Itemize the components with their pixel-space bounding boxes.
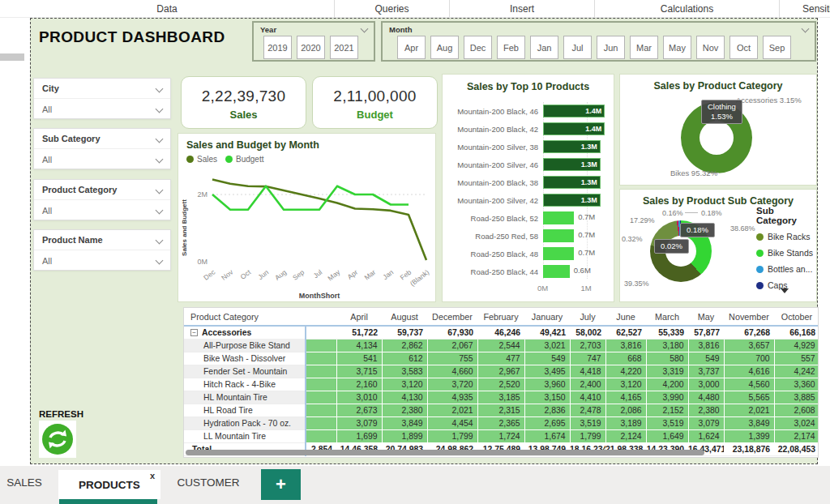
matrix-column-header[interactable]: July — [570, 308, 605, 326]
bar[interactable]: 1.3M — [543, 194, 601, 207]
month-option-apr[interactable]: Apr — [397, 36, 426, 59]
bar-value-label: 0.7M — [578, 230, 595, 239]
chevron-down-icon[interactable] — [361, 25, 369, 33]
bar[interactable]: 1.3M — [543, 140, 601, 153]
year-option-2021[interactable]: 2021 — [330, 36, 358, 59]
cell-value: 3,816 — [605, 340, 646, 352]
month-option-jul[interactable]: Jul — [563, 36, 592, 59]
matrix-column-header[interactable]: October — [774, 308, 819, 326]
month-option-sep[interactable]: Sep — [763, 36, 791, 59]
filter-header[interactable]: Sub Category — [34, 129, 170, 149]
bar-value-label: 0.7M — [578, 248, 595, 257]
filter-dropdown[interactable]: All — [34, 99, 170, 119]
filter-label: Product Name — [42, 235, 103, 245]
menu-item-sensitivity[interactable]: Sensitivity — [780, 0, 830, 18]
matrix-column-header[interactable]: January — [524, 308, 570, 326]
cell-value — [306, 365, 336, 378]
filter-header[interactable]: City — [34, 79, 170, 99]
table-row[interactable]: All-Purpose Bike Stand4,1342,8622,0672,5… — [184, 340, 819, 352]
matrix-column-header[interactable] — [306, 308, 336, 326]
collapse-icon[interactable]: − — [190, 329, 198, 336]
bar[interactable] — [543, 265, 570, 278]
tab-sales[interactable]: SALES — [0, 466, 49, 499]
left-scroll-chip[interactable] — [0, 53, 24, 61]
table-row[interactable]: LL Mountain Tire1,6991,8991,7991,7241,67… — [184, 430, 819, 443]
month-option-feb[interactable]: Feb — [497, 36, 525, 59]
bar-category-label: Road-250 Black, 44 — [451, 267, 543, 276]
filter-dropdown[interactable]: All — [34, 149, 170, 169]
month-option-nov[interactable]: Nov — [696, 36, 725, 59]
matrix-column-header[interactable]: June — [605, 308, 646, 326]
matrix-column-header[interactable]: April — [336, 308, 382, 326]
cell-value: 4,220 — [605, 365, 646, 378]
menu-item-queries[interactable]: Queries — [335, 0, 450, 18]
bar[interactable] — [543, 211, 574, 224]
cell-value: 2,086 — [605, 404, 646, 417]
table-row[interactable]: Hydration Pack - 70 oz.3,0793,8494,4542,… — [184, 417, 819, 430]
matrix-column-header[interactable]: December — [427, 308, 477, 326]
table-row[interactable]: HL Road Tire2,6732,3802,0212,3152,8362,4… — [184, 404, 819, 417]
row-label: −Accessories — [184, 326, 306, 340]
matrix-column-header[interactable]: March — [646, 308, 688, 326]
bar-row: Road-250 Black, 520.7M — [451, 209, 605, 227]
table-row[interactable]: Bike Wash - Dissolver5416127554775497476… — [184, 352, 819, 365]
month-option-jan[interactable]: Jan — [530, 36, 558, 59]
budget-kpi-label: Budget — [313, 109, 437, 121]
filter-dropdown[interactable]: All — [34, 250, 170, 271]
bar[interactable]: 1.3M — [543, 176, 601, 189]
month-option-may[interactable]: May — [663, 36, 691, 59]
legend-more-icon[interactable] — [781, 288, 789, 293]
sales-legend-label: Sales — [197, 155, 217, 164]
bar-value-label: 0.7M — [578, 212, 595, 221]
chevron-down-icon[interactable] — [802, 25, 810, 33]
donut-tooltip: 0.02% — [654, 239, 689, 254]
filter-dropdown[interactable]: All — [34, 200, 170, 220]
cell-value — [306, 378, 336, 391]
bar[interactable]: 1.4M — [543, 105, 605, 117]
horizontal-scrollbar[interactable] — [186, 450, 704, 455]
matrix-column-header[interactable]: Product Category — [184, 308, 306, 326]
year-option-2019[interactable]: 2019 — [263, 36, 292, 59]
bar-track: 1.3M — [543, 140, 605, 153]
legend-label: Bottles an... — [768, 264, 812, 274]
cell-value: 2,365 — [477, 417, 524, 430]
refresh-button[interactable] — [39, 421, 76, 458]
matrix-column-header[interactable]: November — [724, 308, 774, 326]
cell-value: 2,021 — [427, 404, 477, 417]
month-option-jun[interactable]: Jun — [597, 36, 625, 59]
filter-product-category: Product CategoryAll — [33, 179, 171, 220]
bar[interactable] — [543, 247, 574, 260]
matrix-column-header[interactable]: February — [477, 308, 524, 326]
table-row[interactable]: Hitch Rack - 4-Bike2,1603,1203,7202,5203… — [184, 378, 819, 391]
month-option-dec[interactable]: Dec — [464, 36, 492, 59]
menu-item-calculations[interactable]: Calculations — [595, 0, 780, 18]
tab-products[interactable]: PRODUCTSx — [58, 470, 160, 499]
bar[interactable] — [543, 229, 574, 242]
month-option-oct[interactable]: Oct — [729, 36, 758, 59]
matrix-header-row: Product CategoryAprilAugustDecemberFebru… — [184, 308, 819, 326]
legend-item-bike-stands[interactable]: Bike Stands — [756, 248, 816, 258]
month-option-aug[interactable]: Aug — [430, 36, 459, 59]
year-option-2020[interactable]: 2020 — [297, 36, 325, 59]
filter-header[interactable]: Product Category — [34, 180, 170, 200]
filter-header[interactable]: Product Name — [34, 230, 170, 250]
table-row[interactable]: Fender Set - Mountain3,7153,5834,6602,96… — [184, 365, 819, 378]
menu-item-data[interactable]: Data — [0, 0, 335, 18]
table-row[interactable]: HL Mountain Tire3,0104,1304,9353,1853,15… — [184, 391, 819, 404]
tab-customer[interactable]: CUSTOMER — [172, 466, 245, 499]
month-option-mar[interactable]: Mar — [630, 36, 658, 59]
cell-value: 3,120 — [605, 378, 646, 391]
menu-item-insert[interactable]: Insert — [450, 0, 595, 18]
donut-point-label: 0.32% — [622, 235, 643, 243]
legend-item-bike-racks[interactable]: Bike Racks — [756, 232, 816, 241]
legend-item-bottles-an-[interactable]: Bottles an... — [756, 264, 816, 274]
add-page-button[interactable]: + — [261, 469, 301, 500]
close-icon[interactable]: x — [150, 471, 155, 481]
matrix-column-header[interactable]: May — [688, 308, 724, 326]
bar-row: Mountain-200 Black, 381.3M — [451, 173, 605, 191]
bar[interactable]: 1.4M — [543, 122, 605, 135]
matrix-column-header[interactable]: August — [382, 308, 427, 326]
table-row[interactable]: −Accessories51,72259,73767,93046,24649,4… — [184, 326, 819, 340]
bar[interactable]: 1.3M — [543, 158, 601, 171]
filter-label: Product Category — [42, 185, 117, 194]
